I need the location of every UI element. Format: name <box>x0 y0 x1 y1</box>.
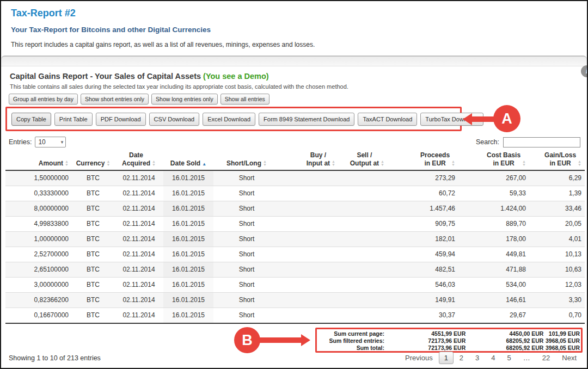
column-header-inner: DateAcquired▲▼ <box>118 151 160 168</box>
report-header: Tax-Report #2 Your Tax-Report for Bitcoi… <box>11 8 315 48</box>
table-cell <box>339 217 388 232</box>
table-cell: BTC <box>72 262 114 278</box>
print-table-button[interactable]: Print Table <box>54 113 93 126</box>
table-cell: 0,70 <box>529 308 585 324</box>
table-cell <box>339 170 388 186</box>
table-cell: 273,29 <box>388 170 458 186</box>
sum-row: Sum filtered entries:72173,96 EUR68205,9… <box>317 337 581 345</box>
column-header-cost-basis-in-eur[interactable]: Cost Basisin EUR▲▼ <box>458 150 529 170</box>
table-cell: 16.01.2015 <box>163 232 213 247</box>
table-cell: BTC <box>72 232 114 247</box>
column-header-inner: Amount▲▼ <box>9 159 69 168</box>
pagination-page-22[interactable]: 22 <box>536 352 556 364</box>
pagination-page-1[interactable]: 1 <box>439 352 454 364</box>
annotation-arrow-b-bar <box>259 337 302 343</box>
copy-table-button[interactable]: Copy Table <box>11 113 51 126</box>
capital-gains-heading-text: Capital Gains Report - Your Sales of Cap… <box>10 72 201 81</box>
table-cell: 482,51 <box>388 262 458 278</box>
table-cell: 12,03 <box>529 278 585 293</box>
page-subtitle: Your Tax-Report for Bitcoins and other D… <box>11 26 315 34</box>
table-row[interactable]: 4,99833800BTC02.11.201416.01.2015Short90… <box>5 217 585 232</box>
table-cell: 6,29 <box>529 170 585 186</box>
table-cell <box>280 201 339 217</box>
table-row[interactable]: 0,16670000BTC02.11.201416.01.2015Short30… <box>5 308 585 324</box>
table-cell: 3,30 <box>529 293 585 308</box>
table-cell: 16.01.2015 <box>163 201 213 217</box>
table-cell: Short <box>213 262 280 278</box>
table-cell: 16.01.2015 <box>163 293 213 308</box>
column-header-label: Buy /Input at <box>307 151 330 168</box>
sort-icon: ▲▼ <box>332 160 335 168</box>
excel-download-button[interactable]: Excel Download <box>203 113 255 126</box>
table-cell: 02.11.2014 <box>114 186 163 201</box>
table-footer: Showing 1 to 10 of 213 entries Previous1… <box>9 352 583 364</box>
pdf-download-button[interactable]: PDF Download <box>96 113 146 126</box>
table-cell: 909,75 <box>388 217 458 232</box>
page-description: This report includes a capital gains rep… <box>11 41 315 48</box>
table-cell <box>280 217 339 232</box>
csv-download-button[interactable]: CSV Download <box>149 113 200 126</box>
table-cell: Short <box>213 217 280 232</box>
annotation-badge-b: B <box>234 327 260 353</box>
column-header-short-long[interactable]: Short/Long▲▼ <box>213 150 280 170</box>
info-icon[interactable]: i <box>581 65 588 77</box>
column-header-amount[interactable]: Amount▲▼ <box>5 150 72 170</box>
form-8949-statement-download-button[interactable]: Form 8949 Statement Download <box>259 113 354 126</box>
table-row[interactable]: 0,82366200BTC02.11.201416.01.2015Short14… <box>5 293 585 308</box>
sum-value-proceeds: 72173,96 EUR <box>385 337 467 345</box>
table-row[interactable]: 8,00000000BTC02.11.201416.01.2015Short1.… <box>5 201 585 217</box>
column-header-proceeds-in-eur[interactable]: Proceedsin EUR▲▼ <box>388 150 458 170</box>
capital-gains-description: This table contains all sales during the… <box>10 83 348 90</box>
table-cell <box>339 278 388 293</box>
sort-icon: ▲▼ <box>578 160 581 168</box>
table-cell: 02.11.2014 <box>114 201 163 217</box>
column-header-label: Short/Long <box>226 159 261 168</box>
show-long-entries-only-button[interactable]: Show long entries only <box>151 94 218 104</box>
taxact-download-button[interactable]: TaxACT Download <box>358 113 417 126</box>
table-cell: 16.01.2015 <box>163 262 213 278</box>
table-cell: 02.11.2014 <box>114 217 163 232</box>
column-header-gain-loss-in-eur[interactable]: Gain/Lossin EUR▲▼ <box>529 150 585 170</box>
table-cell: 10,63 <box>529 262 585 278</box>
table-cell: 59,33 <box>458 186 529 201</box>
sort-icon: ▲▼ <box>152 160 156 168</box>
table-cell: Short <box>213 186 280 201</box>
column-header-currency[interactable]: Currency▲▼ <box>72 150 114 170</box>
group-all-entries-by-day-button[interactable]: Group all entries by day <box>9 94 78 104</box>
table-cell: 16.01.2015 <box>163 217 213 232</box>
column-header-buy-input-at[interactable]: Buy /Input at▲▼ <box>280 150 339 170</box>
pagination-page-3[interactable]: 3 <box>469 352 485 364</box>
table-row[interactable]: 0,33330000BTC02.11.201416.01.2015Short60… <box>5 186 585 201</box>
table-cell: BTC <box>72 170 114 186</box>
showing-entries-text: Showing 1 to 10 of 213 entries <box>9 354 101 362</box>
pagination-page-4[interactable]: 4 <box>485 352 501 364</box>
pagination-previous[interactable]: Previous <box>399 352 439 364</box>
pagination-next[interactable]: Next <box>556 352 583 364</box>
show-short-entries-only-button[interactable]: Show short entries only <box>81 94 149 104</box>
table-cell: 146,61 <box>458 293 529 308</box>
sort-icon: ▲▼ <box>451 160 455 168</box>
column-header-date-sold[interactable]: Date Sold▲ <box>163 150 213 170</box>
table-row[interactable]: 2,65100000BTC02.11.201416.01.2015Short48… <box>5 262 585 278</box>
search-input[interactable] <box>503 137 580 147</box>
column-header-sell-output-at[interactable]: Sell /Output at▲▼ <box>339 150 388 170</box>
pagination-page-5[interactable]: 5 <box>501 352 517 364</box>
table-cell <box>339 247 388 262</box>
table-cell: 29,67 <box>458 308 529 324</box>
table-cell: 2,52700000 <box>5 247 72 262</box>
show-all-entries-button[interactable]: Show all entries <box>220 94 270 104</box>
entries-select[interactable]: 10 ▾ <box>35 137 66 147</box>
column-header-date-acquired[interactable]: DateAcquired▲▼ <box>114 150 163 170</box>
pagination-ellipsis: … <box>517 352 536 364</box>
table-row[interactable]: 3,00000000BTC02.11.201416.01.2015Short54… <box>5 278 585 293</box>
table-cell <box>339 293 388 308</box>
pagination-page-2[interactable]: 2 <box>454 352 469 364</box>
section-divider <box>1 56 587 66</box>
entries-selected-value: 10 <box>38 138 45 146</box>
table-cell: Short <box>213 308 280 324</box>
table-row[interactable]: 2,52700000BTC02.11.201416.01.2015Short45… <box>5 247 585 262</box>
table-cell: 60,72 <box>388 186 458 201</box>
table-row[interactable]: 1,50000000BTC02.11.201416.01.2015Short27… <box>5 170 585 186</box>
table-row[interactable]: 1,00000000BTC02.11.201416.01.2015Short18… <box>5 232 585 247</box>
sum-value-proceeds: 72173,96 EUR <box>385 345 467 352</box>
